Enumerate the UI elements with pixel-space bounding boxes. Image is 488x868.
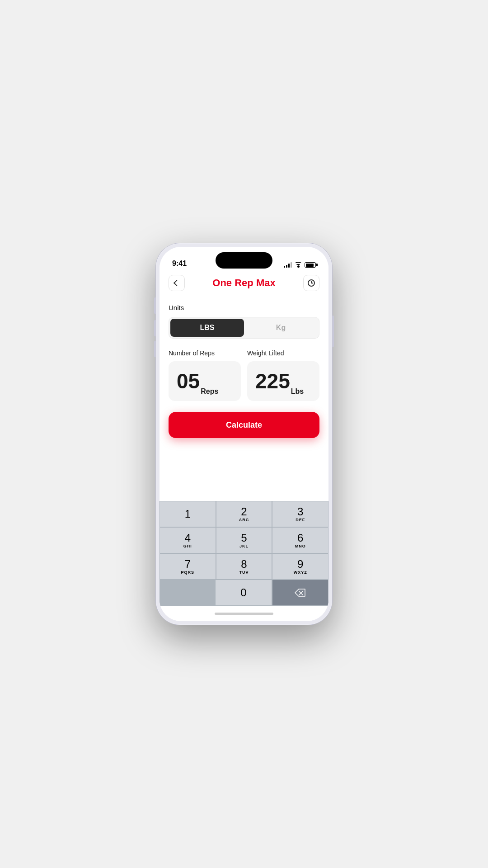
calculate-button[interactable]: Calculate <box>169 412 319 438</box>
clock-icon <box>308 279 315 287</box>
keyboard-row-2: 4 GHI 5 JKL 6 MNO <box>160 527 328 553</box>
inputs-row: Number of Reps 05 Reps Weight Lifted 225… <box>169 349 319 401</box>
header: One Rep Max <box>160 271 328 297</box>
keyboard-spacer <box>160 580 215 606</box>
dynamic-island <box>216 252 272 269</box>
delete-icon <box>295 589 305 597</box>
numeric-keyboard: 1 2 ABC 3 DEF 4 GHI 5 <box>160 501 328 606</box>
key-7[interactable]: 7 PQRS <box>160 553 216 580</box>
keyboard-row-3: 7 PQRS 8 TUV 9 WXYZ <box>160 553 328 580</box>
keyboard-row-1: 1 2 ABC 3 DEF <box>160 501 328 527</box>
key-2[interactable]: 2 ABC <box>216 501 272 527</box>
page-title: One Rep Max <box>212 277 275 289</box>
key-8[interactable]: 8 TUV <box>216 553 272 580</box>
key-9[interactable]: 9 WXYZ <box>272 553 328 580</box>
weight-input-group: Weight Lifted 225 Lbs <box>247 349 319 401</box>
weight-unit: Lbs <box>291 387 304 396</box>
units-toggle: LBS Kg <box>169 317 319 339</box>
wifi-icon <box>295 262 302 268</box>
key-5[interactable]: 5 JKL <box>216 527 272 553</box>
home-indicator <box>160 606 328 621</box>
kg-option[interactable]: Kg <box>244 319 318 337</box>
signal-icon <box>284 262 292 268</box>
reps-value: 05 <box>177 371 200 392</box>
reps-input-group: Number of Reps 05 Reps <box>169 349 241 401</box>
battery-icon <box>305 262 316 268</box>
history-button[interactable] <box>303 275 319 291</box>
back-button[interactable] <box>169 275 185 291</box>
reps-display[interactable]: 05 Reps <box>169 361 241 401</box>
status-bar: 9:41 <box>160 247 328 271</box>
chevron-left-icon <box>174 280 180 286</box>
phone-frame: 9:41 One Rep Max <box>156 243 332 625</box>
key-0[interactable]: 0 <box>215 580 272 606</box>
key-4[interactable]: 4 GHI <box>160 527 216 553</box>
home-bar <box>215 613 273 615</box>
status-time: 9:41 <box>172 259 187 268</box>
weight-display[interactable]: 225 Lbs <box>247 361 319 401</box>
weight-label: Weight Lifted <box>247 349 319 357</box>
reps-label: Number of Reps <box>169 349 241 357</box>
status-icons <box>284 262 316 268</box>
key-3[interactable]: 3 DEF <box>272 501 328 527</box>
app-content: Units LBS Kg Number of Reps 05 Reps <box>160 297 328 501</box>
delete-key[interactable] <box>272 580 328 606</box>
reps-unit: Reps <box>201 387 218 396</box>
weight-value: 225 <box>255 371 290 392</box>
units-label: Units <box>169 304 319 311</box>
phone-screen: 9:41 One Rep Max <box>160 247 328 621</box>
key-1[interactable]: 1 <box>160 501 216 527</box>
keyboard-row-4: 0 <box>160 580 328 606</box>
key-6[interactable]: 6 MNO <box>272 527 328 553</box>
lbs-option[interactable]: LBS <box>170 319 244 337</box>
